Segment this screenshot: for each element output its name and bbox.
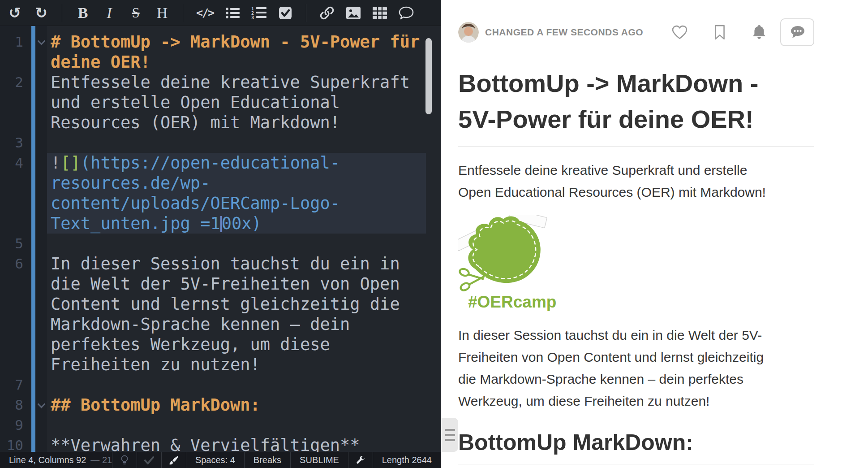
code-editor[interactable]: 1# BottomUp -> MarkDown - 5V-Power für d…: [0, 26, 441, 452]
image-icon[interactable]: [346, 3, 361, 23]
bullet-list-icon[interactable]: [225, 3, 240, 23]
editor-line[interactable]: 8## BottomUp MarkDown:: [0, 395, 441, 415]
line-number: 10: [0, 435, 23, 452]
editor-scrollbar[interactable]: [425, 38, 432, 114]
line-number: 6: [0, 254, 23, 274]
bold-button[interactable]: B: [75, 3, 90, 23]
linebreak-setting[interactable]: Breaks: [245, 452, 291, 468]
undo-icon[interactable]: ↺: [7, 3, 22, 23]
indent-setting[interactable]: Spaces: 4: [186, 452, 245, 468]
editor-line[interactable]: 5: [0, 234, 441, 254]
italic-button[interactable]: I: [102, 3, 117, 23]
document-header: CHANGED A FEW SECONDS AGO: [458, 18, 814, 47]
cursor-position: Line 4, Columns 92 — 21: [0, 452, 112, 468]
line-number: 1: [0, 32, 23, 52]
oercamp-logo: #OERcamp: [458, 215, 814, 312]
markdown-editor-pane: ↺ ↻ B I S H </> 123: [0, 0, 441, 468]
theme-brush-toggle[interactable]: [162, 452, 186, 468]
editor-line[interactable]: 1# BottomUp -> MarkDown - 5V-Power für d…: [0, 32, 441, 72]
line-number: 7: [0, 375, 23, 395]
avatar[interactable]: [458, 22, 479, 43]
editor-toolbar: ↺ ↻ B I S H </> 123: [0, 0, 441, 26]
editor-line[interactable]: 3: [0, 133, 441, 153]
code-lines: 1# BottomUp -> MarkDown - 5V-Power für d…: [0, 26, 441, 452]
editor-line[interactable]: 10**Verwahren & Vervielfältigen**: [0, 435, 441, 452]
editor-line[interactable]: 2Entfessele deine kreative Superkraft un…: [0, 72, 441, 133]
cursor-position-text: Line 4, Columns 92: [9, 455, 86, 465]
preview-heading-h1: BottomUp -> MarkDown - 5V-Power für dein…: [458, 65, 814, 147]
editor-line[interactable]: 4![](https://open-educational-resources.…: [0, 153, 441, 234]
preview-heading-h2: BottomUp MarkDown:: [458, 429, 814, 464]
code-icon[interactable]: </>: [196, 3, 214, 23]
fold-chevron-icon[interactable]: [37, 400, 45, 408]
toolbar-separator: [306, 4, 306, 22]
doc-length-label: Length 2644: [382, 455, 432, 465]
link-icon[interactable]: [319, 3, 335, 23]
like-heart-icon[interactable]: [671, 25, 688, 40]
line-number: 8: [0, 395, 23, 415]
redo-icon[interactable]: ↻: [34, 3, 49, 23]
editor-line[interactable]: 7: [0, 375, 441, 395]
night-mode-toggle[interactable]: [112, 452, 137, 468]
split-drag-handle[interactable]: [442, 418, 458, 452]
fold-chevron-icon[interactable]: [37, 37, 45, 45]
notification-bell-icon[interactable]: [752, 24, 767, 40]
spellcheck-toggle[interactable]: [137, 452, 162, 468]
line-number: 5: [0, 234, 23, 254]
oercamp-logo-caption: #OERcamp: [468, 293, 814, 312]
linebreak-setting-label: Breaks: [254, 455, 281, 465]
bookmark-icon[interactable]: [714, 25, 726, 40]
keymap-setting[interactable]: SUBLIME: [291, 452, 348, 468]
preview-paragraph-1: Entfessele deine kreative Superkraft und…: [458, 159, 814, 203]
editor-line[interactable]: 6In dieser Session tauchst du ein in die…: [0, 254, 441, 375]
indent-setting-label: Spaces: 4: [195, 455, 235, 465]
cursor-position-extra: — 21: [90, 455, 112, 465]
last-changed-label: CHANGED A FEW SECONDS AGO: [485, 27, 643, 38]
doc-length: Length 2644: [373, 452, 441, 468]
editor-status-bar: Line 4, Columns 92 — 21 Spaces: 4 Breaks…: [0, 452, 441, 468]
toolbar-separator: [62, 4, 62, 22]
heading-button[interactable]: H: [155, 3, 170, 23]
preview-paragraph-2: In dieser Session tauchst du ein in die …: [458, 324, 814, 412]
table-icon[interactable]: [372, 3, 387, 23]
line-number: 9: [0, 415, 23, 435]
line-number: 4: [0, 153, 23, 173]
keymap-setting-label: SUBLIME: [300, 455, 339, 465]
strikethrough-button[interactable]: S: [128, 3, 143, 23]
svg-text:3: 3: [251, 15, 254, 20]
comments-button[interactable]: [780, 18, 814, 46]
toolbar-separator: [183, 4, 183, 22]
checklist-icon[interactable]: [278, 3, 293, 23]
line-number: 2: [0, 72, 23, 92]
preferences-wrench-icon[interactable]: [348, 452, 373, 468]
line-number: 3: [0, 133, 23, 153]
editor-line[interactable]: 9: [0, 415, 441, 435]
markdown-preview-pane: CHANGED A FEW SECONDS AGO: [441, 0, 868, 468]
numbered-list-icon[interactable]: 123: [251, 3, 266, 23]
comment-icon[interactable]: [399, 3, 414, 23]
logo-flame-shape: [468, 216, 540, 283]
